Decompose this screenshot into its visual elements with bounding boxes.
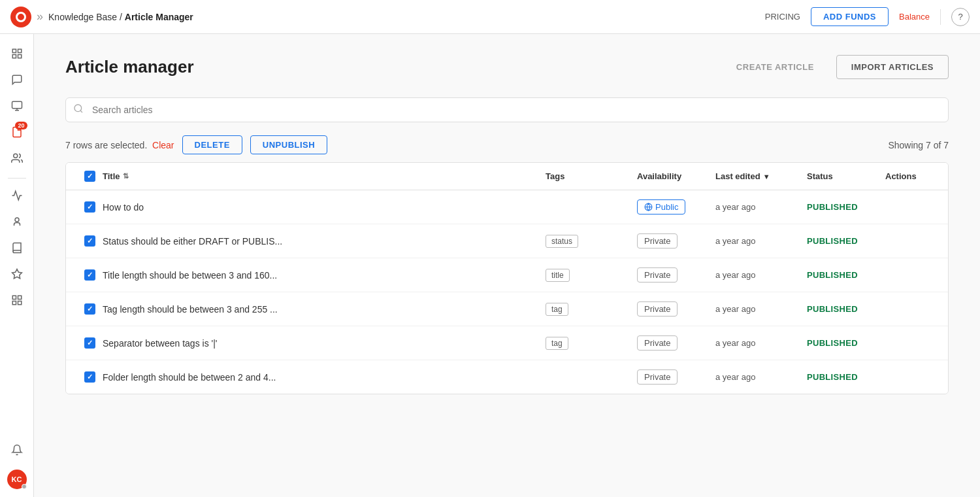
sidebar-item-grid[interactable] [5, 288, 29, 312]
showing-count: Showing 7 of 7 [888, 140, 949, 150]
help-button[interactable]: ? [951, 8, 970, 26]
select-all-checkbox[interactable]: ✓ [84, 171, 95, 182]
page-title: Article manager [65, 57, 194, 77]
article-title[interactable]: Title length should be between 3 and 160… [103, 270, 546, 281]
globe-icon [644, 203, 653, 211]
table-row: ✓ Status should be either DRAFT or PUBLI… [66, 224, 948, 258]
unpublish-button[interactable]: UNPUBLISH [250, 135, 327, 154]
article-availability: Private [637, 233, 715, 248]
article-title[interactable]: Status should be either DRAFT or PUBLIS.… [103, 236, 546, 247]
status-badge: PUBLISHED [807, 372, 885, 382]
table-row: ✓ Folder length should be between 2 and … [66, 360, 948, 394]
article-availability: Public [637, 199, 715, 214]
tag-badge: title [546, 269, 570, 282]
availability-column-label: Availability [637, 171, 681, 181]
reviews-icon [11, 268, 23, 280]
article-availability: Private [637, 267, 715, 283]
sidebar-item-team[interactable] [5, 210, 29, 233]
column-header-status: Status [807, 171, 885, 181]
availability-badge: Private [637, 335, 678, 351]
sidebar-item-dashboard[interactable] [5, 42, 29, 65]
article-table: ✓ Title ⇅ Tags Availability Last edited … [65, 162, 949, 394]
svg-rect-12 [12, 301, 16, 305]
availability-badge: Private [637, 301, 678, 317]
tag-badge: tag [546, 337, 568, 350]
delete-button[interactable]: DELETE [182, 135, 242, 154]
create-article-button[interactable]: CREATE ARTICLE [722, 55, 828, 79]
article-title[interactable]: Tag length should be between 3 and 255 .… [103, 304, 546, 315]
user-avatar[interactable]: KC [7, 470, 27, 489]
column-header-tags: Tags [546, 171, 637, 181]
sidebar-item-knowledge-base[interactable]: 20 [5, 120, 29, 144]
svg-rect-0 [12, 49, 16, 52]
pricing-link[interactable]: PRICING [765, 12, 800, 22]
sidebar-item-articles[interactable] [5, 236, 29, 260]
sidebar-bottom: KC [5, 438, 29, 489]
row-checkbox[interactable]: ✓ [84, 371, 95, 383]
logo-inner [16, 12, 26, 22]
column-header-last-edited[interactable]: Last edited ▼ [715, 171, 807, 181]
sidebar-item-notifications[interactable] [5, 438, 29, 462]
sort-desc-icon: ▼ [763, 173, 770, 180]
column-header-availability: Availability [637, 171, 715, 181]
balance-label[interactable]: Balance [899, 12, 930, 22]
svg-rect-1 [18, 49, 21, 52]
nav-expand-icon[interactable]: » [37, 10, 43, 24]
table-row: ✓ Separator between tags is '|' tag Priv… [66, 326, 948, 360]
import-articles-button[interactable]: IMPORT ARTICLES [836, 55, 949, 79]
title-column-label: Title [103, 171, 120, 181]
table-row: ✓ How to do Public a year ago PUBLISHED [66, 190, 948, 224]
availability-badge: Private [637, 233, 678, 248]
grid-icon [11, 294, 23, 306]
top-nav-right: PRICING ADD FUNDS Balance ? [765, 7, 970, 26]
sidebar-item-reports[interactable] [5, 94, 29, 118]
articles-icon [11, 242, 23, 254]
last-edited-value: a year ago [715, 202, 807, 212]
breadcrumb: Knowledge Base / Article Manager [48, 12, 193, 22]
breadcrumb-prefix: Knowledge Base / [48, 12, 125, 22]
article-tags: tag [546, 303, 637, 316]
avatar-status-dot [22, 484, 27, 489]
status-badge: PUBLISHED [807, 202, 885, 212]
svg-marker-9 [12, 269, 22, 279]
avatar-initials: KC [12, 475, 22, 483]
row-checkbox[interactable]: ✓ [84, 235, 95, 247]
column-header-actions: Actions [885, 171, 938, 181]
sidebar-item-chat[interactable] [5, 68, 29, 92]
row-checkbox-cell: ✓ [76, 371, 103, 383]
row-checkbox[interactable]: ✓ [84, 269, 95, 281]
add-funds-button[interactable]: ADD FUNDS [811, 7, 889, 26]
row-checkbox[interactable]: ✓ [84, 337, 95, 349]
row-checkbox[interactable]: ✓ [84, 303, 95, 315]
search-container [65, 97, 949, 122]
breadcrumb-current: Article Manager [125, 12, 193, 22]
sidebar-item-reviews[interactable] [5, 262, 29, 286]
tags-column-label: Tags [546, 171, 564, 181]
nav-divider [940, 9, 941, 25]
svg-rect-4 [12, 101, 22, 109]
row-checkbox-cell: ✓ [76, 337, 103, 349]
app-logo[interactable] [10, 7, 31, 27]
svg-rect-13 [18, 301, 21, 305]
last-edited-value: a year ago [715, 372, 807, 382]
status-badge: PUBLISHED [807, 304, 885, 314]
sidebar-item-contacts[interactable] [5, 146, 29, 170]
check-icon: ✓ [87, 172, 93, 180]
sort-icon: ⇅ [123, 172, 129, 180]
article-title[interactable]: Folder length should be between 2 and 4.… [103, 372, 546, 383]
clear-selection-link[interactable]: Clear [152, 140, 174, 150]
availability-badge: Public [637, 199, 685, 214]
search-icon [73, 103, 84, 116]
toolbar-selection-info: 7 rows are selected. Clear [65, 140, 174, 150]
sidebar: 20 KC [0, 34, 34, 497]
selected-count-text: 7 rows are selected. [65, 140, 147, 150]
article-availability: Private [637, 301, 715, 317]
search-input[interactable] [65, 97, 949, 122]
svg-rect-11 [18, 296, 21, 299]
article-title[interactable]: How to do [103, 202, 546, 213]
sidebar-item-analytics[interactable] [5, 184, 29, 207]
article-tags: tag [546, 337, 637, 350]
row-checkbox[interactable]: ✓ [84, 201, 95, 213]
column-header-title[interactable]: Title ⇅ [103, 171, 546, 181]
article-title[interactable]: Separator between tags is '|' [103, 338, 546, 349]
